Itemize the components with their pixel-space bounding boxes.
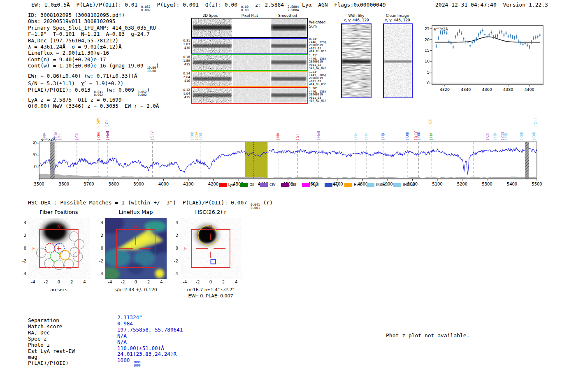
emission-line-label: ( OIII xyxy=(532,132,536,140)
y-tick-label: 4 xyxy=(93,220,103,225)
legend-item: CIV xyxy=(260,183,275,187)
header-summary: EW: 1.0±0.5Å P(LAE)/P(OII): 0.01 0.0520.… xyxy=(31,2,386,12)
svg-text:4360: 4360 xyxy=(482,87,492,92)
cutout-row-stats: 0.121.04435 xyxy=(177,88,190,99)
y-tick-label: 4 xyxy=(16,220,26,225)
emission-line-label: ( Hβ xyxy=(381,133,385,140)
x-tick-label: 4 xyxy=(157,280,167,284)
y-tick-label: 0 xyxy=(16,246,26,251)
cutout-cell xyxy=(271,39,307,53)
measurement-block: ID: 3008102095 (3008102095.pdf)Obs: 2020… xyxy=(28,12,159,109)
match-field-label: RA, Dec xyxy=(28,330,75,336)
emission-line-label: ( CII xyxy=(75,133,79,140)
y-tick-label: -2 xyxy=(16,259,26,263)
spectrum-axis-ticks: 3500360037003800390040004100420043004400… xyxy=(33,141,542,186)
emission-line-label: ( HeII xyxy=(317,131,321,140)
match-field-value: N/A xyxy=(117,333,183,339)
svg-text:30: 30 xyxy=(33,141,37,145)
col-header-2d-spec: 2D Spec xyxy=(202,14,218,18)
fiber-positions-title: Fiber Positions xyxy=(28,209,90,215)
clean-image xyxy=(383,23,413,98)
col-header-smoothed: Smoothed xyxy=(278,14,297,18)
svg-text:5400: 5400 xyxy=(507,182,517,186)
cutout-cell xyxy=(271,55,307,70)
match-field-label: Est LyA rest-EW xyxy=(28,348,75,355)
emission-line-label: ( CIV xyxy=(195,132,199,140)
east-label: E xyxy=(33,246,35,251)
measurement-line: P(LAE)/P(OII): 0.013 0.0410.002 (w: 0.00… xyxy=(28,87,159,97)
hsc-r-image: NE xyxy=(180,218,242,279)
y-tick-label: 4 xyxy=(168,220,178,225)
cutout-row-stats: 0.142.64416 xyxy=(177,72,190,83)
y-tick-label: 2 xyxy=(93,233,103,238)
hsc-match-header: HSC-DEX : Possible Matches = 1 (within +… xyxy=(28,199,273,210)
weighted-pixel-flat-blank xyxy=(233,19,270,37)
elixer-report-page: EW: 1.0±0.5Å P(LAE)/P(OII): 0.01 0.0520.… xyxy=(0,0,576,392)
y-tick-label: 2 xyxy=(168,233,178,238)
match-field-label: P(LAE)/P(OII) xyxy=(28,360,75,366)
match-field-label: Match score xyxy=(28,324,75,330)
zoom-ylabel: e⁻¹⁷x2Å xyxy=(434,27,448,31)
cutout-cell xyxy=(233,55,270,70)
match-table-values: 2.11324"0.984197.755858, 55.780641N/AN/A… xyxy=(117,315,183,367)
emission-line-label: ( NV xyxy=(42,133,46,140)
emission-line-label: ( OIII xyxy=(405,132,409,140)
error-band xyxy=(39,174,537,179)
x-tick-label: -2 xyxy=(193,280,203,284)
emission-line-label: ( SiII xyxy=(58,132,62,140)
with-sky-image xyxy=(341,23,372,98)
cutout-cell xyxy=(271,88,307,103)
east-label: E xyxy=(184,246,187,251)
col-header-pixel-flat: Pixel Flat xyxy=(242,14,258,18)
legend-item: (K)CaII xyxy=(367,183,388,187)
legend-swatch xyxy=(393,183,401,187)
y-tick-label: 0 xyxy=(93,246,103,251)
cutout-cell xyxy=(193,55,232,70)
weighted-2d-spec-image xyxy=(193,19,232,37)
svg-text:4340: 4340 xyxy=(461,87,471,92)
match-field-value: 0.984 xyxy=(117,321,183,327)
measurement-line: EWr = 0.86(±0.40) (w: 0.71(±0.33))Å xyxy=(28,73,159,79)
match-field-value: 24.01(23.83,24.24)R xyxy=(117,351,183,357)
legend-swatch xyxy=(219,183,227,187)
legend-swatch xyxy=(260,183,268,187)
hsc-ewr-plae-label: EWr: 0. PLAE: 0.007 xyxy=(164,293,257,299)
with-sky-title: With Skyx, y: 446, 129 xyxy=(338,14,374,22)
match-field-label: mag xyxy=(28,354,75,360)
cutout-cell xyxy=(193,88,232,103)
emission-line-label: ( CIV xyxy=(54,132,58,140)
measurement-line: λ = 4361.24Å σ = 9.01(±4.12)Å xyxy=(28,44,159,50)
measurement-line: Cont(w) = 1.10(±0.00)e-16 (gmag 19.09 19… xyxy=(28,63,159,72)
x-tick-label: 0 xyxy=(131,280,141,284)
report-version: Version 1.22.3 xyxy=(503,2,548,8)
emission-line-label: ( OIII xyxy=(520,132,524,140)
y-tick-label: 2 xyxy=(16,233,26,238)
emission-line-label: ( Hγ xyxy=(354,133,358,140)
weighted-sum-label: Weighted Sum xyxy=(309,21,325,28)
cutout-row-id: 1.23"(443, 306)20200519v011_03414_RU_033 xyxy=(309,71,326,86)
y-tick-label: -4 xyxy=(93,271,103,276)
x-tick-label: 2 xyxy=(218,280,228,284)
x-tick-label: 4 xyxy=(232,280,242,284)
emission-line-labels: ( NV( CIV( SiII( CII( OVI( HeII( SiIV( O… xyxy=(42,118,538,140)
lineflux-map-panel: Lineflux Map NE s/b: xyxy=(93,209,176,304)
header-datetime-version: 2024-12-31 04:47:40 Version 1.22.3 xyxy=(435,2,548,8)
hsc-r-title: HSC(26.2) r xyxy=(180,209,242,215)
svg-text:10: 10 xyxy=(425,59,430,63)
hsc-r-panel: HSC(26.2) r NE m:16.7 re:1.4" s:2.2" EWr… xyxy=(168,209,251,304)
match-field-value: 197.755858, 55.780641 xyxy=(117,327,183,333)
legend-item: (H)CaII xyxy=(393,183,415,187)
legend-item: Hγ xyxy=(325,183,339,187)
measurement-line: ID: 3008102095 (3008102095.pdf) xyxy=(28,12,159,18)
x-tick-label: 4 xyxy=(80,280,90,284)
svg-text:25: 25 xyxy=(425,26,430,31)
cutout-cell xyxy=(193,72,232,86)
legend-swatch xyxy=(344,183,352,187)
fiber-positions-panel: Fiber Positions NE arcsecs -4-4-2-200224… xyxy=(16,209,99,304)
line-fit-zoom-plot: 051015202543204340436043804400e⁻¹⁷x2Å xyxy=(424,20,560,94)
emission-line-label: ( SiII xyxy=(295,132,300,140)
y-tick-label: -4 xyxy=(16,271,26,276)
emission-line-label: ( SiIV xyxy=(150,131,154,140)
svg-text:20: 20 xyxy=(425,37,430,42)
emission-line-label: ( Hγ xyxy=(364,133,368,140)
